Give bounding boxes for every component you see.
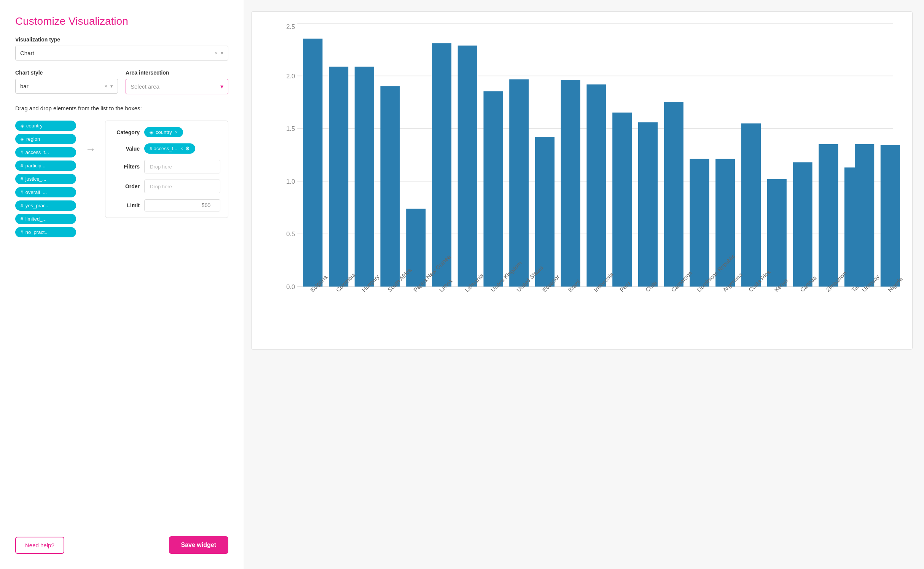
order-row: Order Drop here (113, 180, 220, 193)
tag-access-icon: # (21, 150, 23, 155)
bar-bulgaria (303, 39, 322, 287)
drag-arrow-icon: → (82, 143, 99, 156)
y-label-05: 0.5 (286, 230, 295, 238)
help-button[interactable]: Need help? (15, 537, 64, 554)
chart-style-clear-icon[interactable]: × (104, 83, 107, 89)
bar-indonesia (586, 84, 606, 286)
bar-zimbabwe (819, 144, 838, 287)
tag-yes-prac[interactable]: # yes_prac... (15, 200, 76, 211)
category-value: ◈ country × (144, 127, 220, 137)
tag-country[interactable]: ◈ country (15, 121, 76, 131)
filters-label: Filters (113, 164, 140, 170)
tag-particip[interactable]: # particip... (15, 161, 76, 171)
tag-access[interactable]: # access_t... (15, 147, 76, 157)
left-panel: Customize Visualization Visualization ty… (0, 0, 244, 569)
bar-latvia (432, 43, 451, 287)
chart-container: 0.0 0.5 1.0 1.5 2.0 2.5 (251, 11, 913, 350)
viz-type-clear-icon[interactable]: × (215, 50, 218, 56)
save-button[interactable]: Save widget (169, 536, 228, 554)
value-tag-settings[interactable]: ⚙ (185, 146, 190, 151)
tag-region-label: region (26, 136, 40, 142)
tag-yes-prac-icon: # (21, 203, 23, 208)
bar-costa-rica (741, 123, 761, 286)
viz-type-section: Visualization type Chart × ▾ (15, 37, 228, 60)
tag-no-pract[interactable]: # no_pract... (15, 227, 76, 237)
bar-canada (793, 162, 812, 287)
y-label-0: 0.0 (286, 283, 295, 291)
category-label: Category (113, 129, 140, 135)
style-area-row: Chart style bar × ▾ Area intersection Se… (15, 70, 228, 94)
category-tag[interactable]: ◈ country × (144, 127, 183, 137)
limit-label: Limit (113, 202, 140, 208)
bar-brazil (561, 80, 580, 286)
limit-row: Limit (113, 199, 220, 211)
category-row: Category ◈ country × (113, 127, 220, 137)
area-intersection-label: Area intersection (126, 70, 228, 76)
category-tag-label: country (156, 129, 172, 135)
order-drop[interactable]: Drop here (144, 180, 220, 193)
tag-limited[interactable]: # limited_... (15, 214, 76, 224)
limit-input[interactable] (144, 199, 220, 211)
category-tag-close[interactable]: × (175, 130, 178, 135)
area-intersection-select[interactable]: Select area ▾ (126, 79, 228, 94)
tag-limited-icon: # (21, 216, 23, 222)
tag-justice-label: justice_... (25, 176, 46, 182)
tag-region[interactable]: ◈ region (15, 134, 76, 144)
tag-access-label: access_t... (25, 149, 49, 155)
tag-overall-label: overall_... (25, 189, 47, 195)
y-label-15: 1.5 (286, 125, 295, 132)
y-label-25: 2.5 (286, 23, 295, 30)
bar-us (509, 79, 529, 287)
order-dropzone[interactable]: Drop here (144, 180, 220, 193)
y-label-10: 1.0 (286, 178, 295, 185)
bottom-buttons: Need help? Save widget (15, 532, 228, 554)
bar-chart: 0.0 0.5 1.0 1.5 2.0 2.5 (274, 23, 905, 344)
bar-dom-rep (690, 159, 709, 287)
order-label: Order (113, 183, 140, 189)
order-placeholder: Drop here (150, 184, 172, 189)
chart-style-value: bar (20, 83, 29, 89)
viz-type-dropdown-icon[interactable]: ▾ (221, 50, 223, 56)
viz-type-select[interactable]: Chart × ▾ (15, 46, 228, 60)
tag-overall-icon: # (21, 190, 23, 195)
bar-lithuania (458, 46, 477, 287)
tag-no-pract-label: no_pract... (25, 229, 49, 235)
viz-type-value: Chart (20, 50, 34, 56)
bar-uruguay (855, 144, 874, 287)
tag-country-label: country (26, 123, 43, 129)
area-intersection-value: Select area (131, 83, 159, 90)
element-list: ◈ country ◈ region # access_t... # parti… (15, 121, 76, 237)
area-intersection-dropdown-icon[interactable]: ▾ (220, 83, 223, 90)
value-value: # access_t... × ⚙ (144, 143, 220, 154)
value-tag-close[interactable]: × (180, 146, 183, 151)
filters-drop[interactable]: Drop here (144, 160, 220, 173)
tag-yes-prac-label: yes_prac... (25, 203, 50, 208)
filters-placeholder: Drop here (150, 164, 172, 170)
tag-no-pract-icon: # (21, 230, 23, 235)
mapping-area: Category ◈ country × Value # access_t...… (105, 121, 228, 218)
value-label: Value (113, 146, 140, 152)
filters-dropzone[interactable]: Drop here (144, 160, 220, 173)
right-panel: 0.0 0.5 1.0 1.5 2.0 2.5 (244, 0, 924, 569)
value-tag[interactable]: # access_t... × ⚙ (144, 143, 195, 154)
category-tag-icon: ◈ (150, 129, 153, 135)
bar-hungary (355, 67, 374, 286)
bar-nigeria (881, 145, 900, 287)
value-tag-text: # access_t... (150, 146, 177, 151)
limit-value (144, 199, 220, 211)
bar-peru (612, 113, 632, 287)
tag-particip-label: particip... (25, 163, 46, 168)
chart-style-select[interactable]: bar × ▾ (15, 79, 118, 94)
bar-kenya (767, 179, 787, 286)
y-label-20: 2.0 (286, 73, 295, 80)
bar-uk (483, 91, 503, 286)
chart-style-dropdown-icon[interactable]: ▾ (110, 83, 113, 89)
bar-colombia (329, 67, 348, 286)
value-row: Value # access_t... × ⚙ (113, 143, 220, 154)
tag-particip-icon: # (21, 163, 23, 168)
viz-type-label: Visualization type (15, 37, 228, 43)
tag-justice[interactable]: # justice_... (15, 174, 76, 184)
tag-overall[interactable]: # overall_... (15, 187, 76, 197)
bar-chile (638, 122, 658, 286)
tag-country-icon: ◈ (21, 123, 24, 129)
